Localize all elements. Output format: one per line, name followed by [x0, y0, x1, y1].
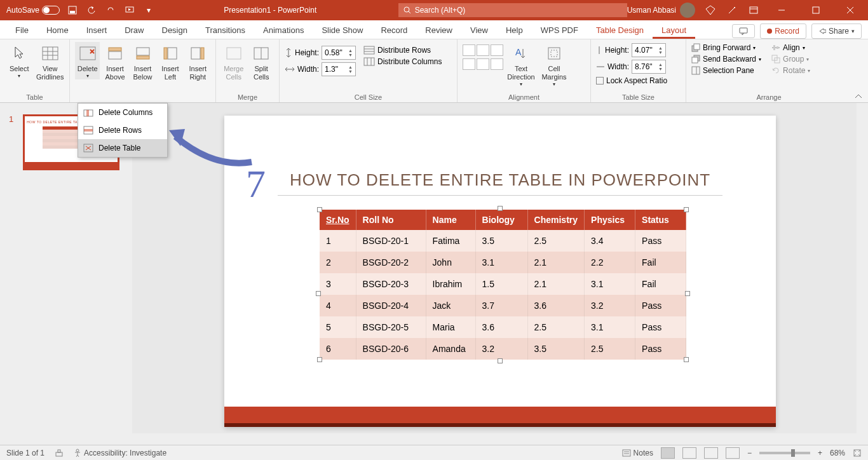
table-width-input[interactable]: 8.76"▲▼	[632, 60, 666, 74]
table-row[interactable]: 2BSGD-20-2John3.12.12.2Fail	[320, 252, 686, 273]
table-row[interactable]: 5BSGD-20-5Maria3.62.53.1Pass	[320, 316, 686, 338]
language-icon[interactable]	[55, 449, 64, 457]
accessibility-button[interactable]: Accessibility: Investigate	[74, 449, 166, 457]
cell-height-input[interactable]: 0.58"▲▼	[322, 46, 356, 60]
insert-below-button[interactable]: Insert Below	[130, 42, 155, 81]
table-cell[interactable]: Ibrahim	[426, 273, 475, 295]
qat-customize-icon[interactable]: ▾	[142, 4, 155, 17]
align-center-button[interactable]	[477, 44, 489, 56]
align-button[interactable]: Align▾	[771, 43, 810, 52]
ribbon-display-icon[interactable]	[747, 4, 760, 17]
table-cell[interactable]: 3.2	[475, 338, 527, 360]
table-cell[interactable]: 3.1	[585, 273, 635, 295]
table-cell[interactable]: Fail	[635, 273, 686, 295]
toggle-off-icon[interactable]	[42, 6, 60, 15]
table-cell[interactable]: BSGD-20-5	[356, 316, 426, 338]
col-header[interactable]: Physics	[585, 210, 635, 230]
table-cell[interactable]: Pass	[635, 338, 686, 360]
tab-slideshow[interactable]: Slide Show	[313, 22, 372, 39]
minimize-button[interactable]	[769, 0, 794, 20]
split-cells-button[interactable]: Split Cells	[249, 42, 275, 81]
table-cell[interactable]: 2.5	[527, 316, 584, 338]
tab-help[interactable]: Help	[497, 22, 532, 39]
table-cell[interactable]: 3.6	[475, 316, 527, 338]
table-row[interactable]: 4BSGD-20-4Jack3.73.63.2Pass	[320, 295, 686, 316]
comments-button[interactable]	[732, 24, 755, 38]
align-left-button[interactable]	[463, 44, 475, 56]
align-bottom-button[interactable]	[491, 58, 503, 70]
table-cell[interactable]: Fatima	[426, 230, 475, 252]
horizontal-scrollbar[interactable]	[132, 433, 868, 445]
table-cell[interactable]: 2	[320, 252, 356, 273]
tab-view[interactable]: View	[461, 22, 497, 39]
slideshow-view-button[interactable]	[726, 447, 740, 459]
save-icon[interactable]	[66, 4, 79, 17]
col-header[interactable]: Roll No	[356, 210, 426, 230]
notes-button[interactable]: Notes	[622, 449, 653, 457]
tab-design[interactable]: Design	[153, 22, 196, 39]
resize-handle-n[interactable]	[498, 206, 503, 211]
resize-handle-ne[interactable]	[684, 207, 689, 212]
lock-aspect-checkbox[interactable]: Lock Aspect Ratio	[596, 76, 667, 85]
zoom-level[interactable]: 68%	[830, 449, 845, 457]
table-row[interactable]: 6BSGD-20-6Amanda3.23.52.5Pass	[320, 338, 686, 360]
table-cell[interactable]: 4	[320, 295, 356, 316]
reading-view-button[interactable]	[704, 447, 718, 459]
resize-handle-e[interactable]	[685, 291, 690, 296]
table-cell[interactable]: 3.1	[585, 316, 635, 338]
table-cell[interactable]: 2.1	[527, 252, 584, 273]
close-button[interactable]	[837, 0, 863, 20]
resize-handle-s[interactable]	[498, 358, 503, 363]
resize-handle-se[interactable]	[684, 357, 689, 362]
table-cell[interactable]: 2.1	[527, 273, 584, 295]
share-button[interactable]: Share▾	[811, 24, 862, 39]
table-cell[interactable]: Fail	[635, 252, 686, 273]
distribute-rows-button[interactable]: Distribute Rows	[363, 46, 442, 55]
col-header[interactable]: Name	[426, 210, 475, 230]
bring-forward-button[interactable]: Bring Forward▾	[691, 43, 761, 52]
slide-counter[interactable]: Slide 1 of 1	[6, 449, 44, 457]
selection-pane-button[interactable]: Selection Pane	[691, 66, 761, 75]
zoom-out-button[interactable]: −	[747, 449, 752, 457]
resize-handle-w[interactable]	[316, 291, 321, 296]
align-right-button[interactable]	[491, 44, 503, 56]
table-height-input[interactable]: 4.07"▲▼	[632, 43, 666, 57]
table-cell[interactable]: 2.5	[585, 338, 635, 360]
table-cell[interactable]: Amanda	[426, 338, 475, 360]
resize-handle-sw[interactable]	[317, 357, 322, 362]
align-top-button[interactable]	[463, 58, 475, 70]
table-cell[interactable]: 3.5	[475, 230, 527, 252]
table-cell[interactable]: BSGD-20-3	[356, 273, 426, 295]
slide-edit-area[interactable]: 7 HOW TO DELETE ENTIRE TABLE IN POWERPOI…	[132, 103, 868, 459]
table-cell[interactable]: Maria	[426, 316, 475, 338]
table-cell[interactable]: 3.4	[585, 230, 635, 252]
tab-review[interactable]: Review	[416, 22, 461, 39]
col-header[interactable]: Biology	[475, 210, 527, 230]
tab-insert[interactable]: Insert	[78, 22, 116, 39]
tab-transitions[interactable]: Transitions	[196, 22, 254, 39]
slideshow-start-icon[interactable]	[123, 4, 136, 17]
send-backward-button[interactable]: Send Backward▾	[691, 55, 761, 64]
redo-icon[interactable]	[104, 4, 117, 17]
text-direction-button[interactable]: A Text Direction▾	[506, 42, 536, 88]
tab-wps-pdf[interactable]: WPS PDF	[532, 22, 587, 39]
slide-sorter-button[interactable]	[682, 447, 696, 459]
tab-animations[interactable]: Animations	[254, 22, 313, 39]
table-cell[interactable]: 3.7	[475, 295, 527, 316]
insert-above-button[interactable]: Insert Above	[102, 42, 127, 81]
table-cell[interactable]: 3.1	[475, 252, 527, 273]
tab-record[interactable]: Record	[372, 22, 416, 39]
col-header[interactable]: Sr.No	[320, 210, 356, 230]
table-row[interactable]: 3BSGD-20-3Ibrahim1.52.13.1Fail	[320, 273, 686, 295]
undo-icon[interactable]	[85, 4, 98, 17]
vertical-scrollbar[interactable]	[857, 103, 868, 433]
cell-width-input[interactable]: 1.3"▲▼	[322, 62, 356, 76]
table-cell[interactable]: 2.2	[585, 252, 635, 273]
table-cell[interactable]: 3.2	[585, 295, 635, 316]
tab-layout[interactable]: Layout	[653, 22, 695, 39]
table-cell[interactable]: 5	[320, 316, 356, 338]
resize-handle-nw[interactable]	[317, 207, 322, 212]
table-cell[interactable]: 6	[320, 338, 356, 360]
col-header[interactable]: Chemistry	[527, 210, 584, 230]
user-account[interactable]: Usman Abbasi	[627, 3, 695, 18]
